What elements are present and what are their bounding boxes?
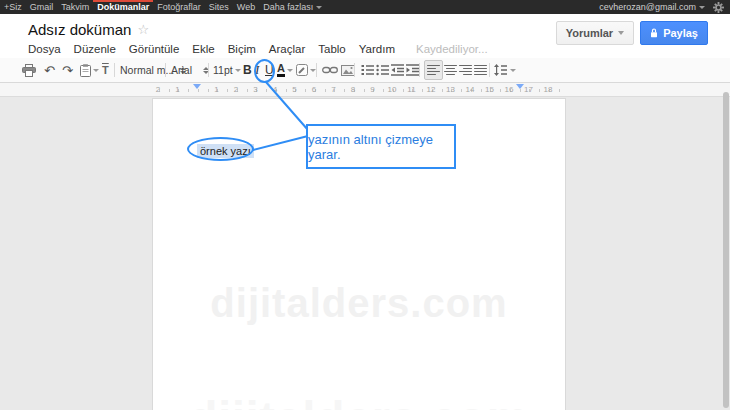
topbar-link-web[interactable]: Web xyxy=(237,0,255,14)
align-center-button[interactable] xyxy=(444,58,457,82)
insert-link-button[interactable] xyxy=(322,58,338,82)
menu-biim[interactable]: Biçim xyxy=(228,43,256,55)
styles-value: Normal m... xyxy=(120,64,174,76)
highlight-color-button[interactable] xyxy=(296,58,316,82)
decrease-indent-button[interactable] xyxy=(391,58,405,82)
ruler-tick xyxy=(364,89,365,92)
numbered-list-icon xyxy=(361,64,375,76)
share-button[interactable]: Paylaş xyxy=(640,21,708,45)
menu-dosya[interactable]: Dosya xyxy=(28,43,61,55)
ruler: 21123456789101112131415161718 xyxy=(0,83,730,97)
ruler-number: 2 xyxy=(156,85,160,94)
topbar-nav: +SizGmailTakvimDokümanlarFotoğraflarSite… xyxy=(0,0,263,14)
align-left-button[interactable] xyxy=(424,60,443,80)
justify-button[interactable] xyxy=(474,58,487,82)
menu-aralar[interactable]: Araçlar xyxy=(269,43,305,55)
ruler-tick xyxy=(227,89,228,92)
ruler-number: 14 xyxy=(466,85,475,94)
document-title[interactable]: Adsız doküman xyxy=(28,21,131,38)
settings-gear-button[interactable] xyxy=(713,2,724,13)
star-icon[interactable]: ☆ xyxy=(137,22,149,37)
justify-icon xyxy=(474,65,487,76)
paint-format-icon: T xyxy=(102,64,109,76)
menu-dzenle[interactable]: Düzenle xyxy=(74,43,116,55)
ruler-tick xyxy=(169,89,170,92)
google-topbar: +SizGmailTakvimDokümanlarFotoğraflarSite… xyxy=(0,0,730,14)
font-size-dropdown[interactable]: 11pt xyxy=(213,58,241,82)
document-page[interactable]: örnek yazı dijitalders.com dijitalders.c… xyxy=(152,98,566,410)
italic-button[interactable]: I xyxy=(255,58,259,82)
share-label: Paylaş xyxy=(663,27,698,39)
menu-bar: DosyaDüzenleGörüntüleEkleBiçimAraçlarTab… xyxy=(28,43,488,55)
ruler-tick xyxy=(325,89,326,92)
highlighter-icon xyxy=(296,64,308,76)
align-center-icon xyxy=(444,65,457,76)
italic-icon: I xyxy=(255,62,259,78)
menu-grntle[interactable]: Görüntüle xyxy=(129,43,180,55)
ruler-tick xyxy=(198,89,199,92)
bold-button[interactable]: B xyxy=(243,58,252,82)
comments-label: Yorumlar xyxy=(566,27,613,39)
document-header: Adsız doküman ☆ DosyaDüzenleGörüntüleEkl… xyxy=(0,14,730,58)
comments-button[interactable]: Yorumlar xyxy=(556,21,634,45)
undo-button[interactable]: ↶ xyxy=(44,58,55,82)
paint-format-button[interactable]: T xyxy=(102,58,109,82)
ruler-tick xyxy=(520,89,521,92)
topbar-link-fotoraflar[interactable]: Fotoğraflar xyxy=(157,0,201,14)
ruler-number: 11 xyxy=(407,85,415,94)
ruler-number: 8 xyxy=(351,85,355,94)
selected-text[interactable]: örnek yazı xyxy=(197,144,254,158)
vertical-scrollbar[interactable] xyxy=(723,92,729,408)
chevron-down-icon xyxy=(618,31,624,35)
redo-button[interactable]: ↷ xyxy=(62,58,73,82)
text-color-icon: A xyxy=(277,63,285,77)
menu-tablo[interactable]: Tablo xyxy=(318,43,346,55)
topbar-link-gmail[interactable]: Gmail xyxy=(30,0,54,14)
ruler-number: 12 xyxy=(427,85,436,94)
watermark: dijitalders.com xyxy=(153,281,565,326)
topbar-link-siz[interactable]: +Siz xyxy=(4,0,22,14)
font-dropdown[interactable]: Arial xyxy=(171,58,209,82)
numbered-list-button[interactable] xyxy=(361,58,375,82)
toolbar-separator xyxy=(165,63,166,77)
ruler-number: 1 xyxy=(214,85,218,94)
bulleted-list-button[interactable] xyxy=(376,58,390,82)
topbar-link-dokmanlar[interactable]: Dokümanlar xyxy=(97,0,149,14)
ruler-number: 7 xyxy=(331,85,335,94)
ruler-tick xyxy=(208,89,209,92)
toolbar-separator xyxy=(354,63,355,77)
web-clipboard-button[interactable] xyxy=(80,58,99,82)
align-right-button[interactable] xyxy=(459,58,472,82)
ruler-tick xyxy=(188,89,189,92)
print-button[interactable] xyxy=(22,58,36,82)
menu-yardm[interactable]: Yardım xyxy=(359,43,395,55)
ruler-number: 4 xyxy=(273,85,277,94)
chevron-down-icon xyxy=(93,69,99,72)
ruler-number: 13 xyxy=(446,85,455,94)
ruler-number: 17 xyxy=(524,85,533,94)
line-spacing-button[interactable] xyxy=(494,58,516,82)
underline-icon: U xyxy=(265,63,274,77)
ruler-tick xyxy=(344,89,345,92)
formatting-toolbar: ↶ ↷ T Normal m... Arial 11pt B I U A xyxy=(0,58,730,83)
ruler-tick xyxy=(247,89,248,92)
printer-icon xyxy=(22,64,36,77)
increase-indent-button[interactable] xyxy=(406,58,420,82)
insert-image-button[interactable] xyxy=(341,58,355,82)
image-icon xyxy=(341,65,355,76)
underline-button[interactable]: U xyxy=(265,58,274,82)
font-size-value: 11pt xyxy=(213,64,233,76)
ruler-tick xyxy=(305,89,306,92)
watermark: dijitalders.com xyxy=(153,391,565,410)
align-left-icon xyxy=(427,65,440,76)
ruler-number: 5 xyxy=(292,85,296,94)
ruler-tick xyxy=(481,89,482,92)
topbar-link-sites[interactable]: Sites xyxy=(209,0,229,14)
text-color-button[interactable]: A xyxy=(277,58,293,82)
topbar-link-more[interactable]: Daha fazlası xyxy=(263,0,322,14)
bold-icon: B xyxy=(243,63,252,77)
topbar-link-takvim[interactable]: Takvim xyxy=(61,0,89,14)
account-menu[interactable]: cevherozan@gmail.com xyxy=(599,2,705,12)
menu-ekle[interactable]: Ekle xyxy=(192,43,214,55)
ruler-tick xyxy=(286,89,287,92)
